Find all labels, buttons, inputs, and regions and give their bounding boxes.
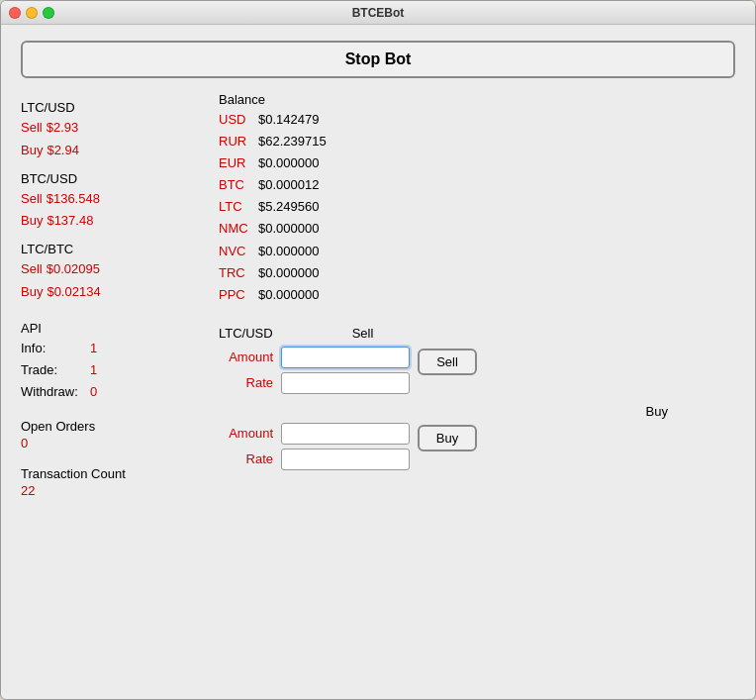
trade-section: LTC/USD Sell Amount Rate: [219, 326, 735, 470]
btc-usd-sell-row: Sell $136.548: [21, 189, 219, 210]
maximize-button[interactable]: [43, 7, 54, 19]
api-info-value: 1: [90, 338, 97, 359]
sell-form-container: Amount Rate Sell: [219, 347, 735, 394]
btc-usd-sell-value: $136.548: [47, 189, 100, 210]
api-section: API Info: 1 Trade: 1 Withdraw: 0: [21, 315, 219, 403]
ltc-btc-buy-row: Buy $0.02134: [21, 282, 219, 303]
balance-trc-amount: $0.000000: [258, 262, 319, 284]
stop-bot-button[interactable]: Stop Bot: [21, 41, 735, 78]
ltc-btc-label: LTC/BTC: [21, 242, 219, 256]
sell-amount-label: Amount: [219, 350, 273, 364]
api-label: API: [21, 321, 219, 336]
balance-btc-row: BTC $0.000012: [219, 174, 735, 196]
balance-rur-amount: $62.239715: [258, 131, 327, 152]
balance-nvc-row: NVC $0.000000: [219, 241, 735, 262]
transaction-count-section: Transaction Count 22: [21, 460, 219, 498]
ltc-btc-buy-label: Buy: [21, 282, 43, 303]
sell-side-label: Sell: [352, 326, 374, 341]
balance-nmc-amount: $0.000000: [258, 218, 319, 240]
buy-inputs: Amount Rate: [219, 423, 410, 470]
ltc-usd-sell-value: $2.93: [47, 118, 79, 139]
balance-rur-currency: RUR: [219, 131, 248, 152]
balance-section: Balance USD $0.142479 RUR $62.239715 EUR: [219, 92, 735, 306]
balance-btc-amount: $0.000012: [258, 174, 319, 196]
balance-ltc-currency: LTC: [219, 196, 248, 218]
balance-nmc-row: NMC $0.000000: [219, 218, 735, 240]
minimize-button[interactable]: [26, 7, 38, 19]
transaction-count-label: Transaction Count: [21, 466, 219, 481]
api-withdraw-value: 0: [90, 381, 97, 403]
balance-usd-currency: USD: [219, 109, 248, 131]
balance-btc-currency: BTC: [219, 174, 248, 196]
buy-rate-label: Rate: [219, 451, 273, 466]
sell-inputs: Amount Rate: [219, 347, 410, 394]
buy-button[interactable]: Buy: [418, 425, 477, 451]
ltc-usd-buy-label: Buy: [21, 141, 43, 161]
right-panel: Balance USD $0.142479 RUR $62.239715 EUR: [219, 92, 735, 683]
main-content: Stop Bot LTC/USD Sell $2.93 Buy $2.94 BT…: [1, 25, 755, 699]
balance-eur-row: EUR $0.000000: [219, 152, 735, 174]
api-trade-value: 1: [90, 359, 97, 381]
app-window: BTCEBot Stop Bot LTC/USD Sell $2.93 Buy …: [0, 0, 756, 700]
balance-eur-currency: EUR: [219, 152, 248, 174]
balance-ltc-amount: $5.249560: [258, 196, 319, 218]
main-layout: LTC/USD Sell $2.93 Buy $2.94 BTC/USD Sel…: [21, 92, 735, 683]
api-trade-row: Trade: 1: [21, 359, 219, 381]
btc-usd-buy-label: Buy: [21, 211, 43, 232]
balance-usd-amount: $0.142479: [258, 109, 319, 131]
api-withdraw-label: Withdraw:: [21, 381, 90, 403]
ltc-usd-label: LTC/USD: [21, 100, 219, 115]
transaction-count-value: 22: [21, 483, 219, 498]
open-orders-value: 0: [21, 436, 219, 450]
sell-rate-input[interactable]: [281, 372, 410, 394]
window-title: BTCEBot: [352, 6, 405, 20]
btc-usd-sell-label: Sell: [21, 189, 43, 210]
ltc-usd-buy-row: Buy $2.94: [21, 141, 219, 161]
ltc-usd-sell-row: Sell $2.93: [21, 118, 219, 139]
buy-rate-row: Rate: [219, 449, 410, 470]
balance-ppc-amount: $0.000000: [258, 284, 319, 306]
ltc-btc-buy-value: $0.02134: [47, 282, 100, 303]
open-orders-section: Open Orders 0: [21, 413, 219, 450]
btc-usd-buy-row: Buy $137.48: [21, 211, 219, 232]
btc-usd-label: BTC/USD: [21, 171, 219, 186]
sell-rate-label: Rate: [219, 375, 273, 390]
balance-usd-row: USD $0.142479: [219, 109, 735, 131]
trade-pair-label: LTC/USD: [219, 326, 273, 341]
sell-amount-row: Amount: [219, 347, 410, 368]
api-withdraw-row: Withdraw: 0: [21, 381, 219, 403]
balance-nmc-currency: NMC: [219, 218, 248, 240]
api-info-label: Info:: [21, 338, 90, 359]
balance-trc-row: TRC $0.000000: [219, 262, 735, 284]
ltc-btc-sell-value: $0.02095: [47, 259, 100, 280]
buy-side-label: Buy: [219, 404, 668, 419]
api-trade-label: Trade:: [21, 359, 90, 381]
balance-label: Balance: [219, 92, 735, 107]
ltc-btc-sell-row: Sell $0.02095: [21, 259, 219, 280]
sell-amount-input[interactable]: [281, 347, 410, 368]
sell-button[interactable]: Sell: [418, 349, 477, 375]
balance-rur-row: RUR $62.239715: [219, 131, 735, 152]
api-info-row: Info: 1: [21, 338, 219, 359]
buy-rate-input[interactable]: [281, 449, 410, 470]
traffic-lights: [9, 7, 54, 19]
left-panel: LTC/USD Sell $2.93 Buy $2.94 BTC/USD Sel…: [21, 92, 219, 683]
balance-ltc-row: LTC $5.249560: [219, 196, 735, 218]
close-button[interactable]: [9, 7, 21, 19]
balance-nvc-currency: NVC: [219, 241, 248, 262]
buy-section: Buy Amount Rate: [219, 400, 735, 470]
sell-rate-row: Rate: [219, 372, 410, 394]
buy-amount-row: Amount: [219, 423, 410, 445]
balance-ppc-row: PPC $0.000000: [219, 284, 735, 306]
balance-list: USD $0.142479 RUR $62.239715 EUR $0.0000…: [219, 109, 735, 306]
balance-trc-currency: TRC: [219, 262, 248, 284]
open-orders-label: Open Orders: [21, 419, 219, 434]
balance-eur-amount: $0.000000: [258, 152, 319, 174]
ltc-usd-buy-value: $2.94: [47, 141, 79, 161]
balance-nvc-amount: $0.000000: [258, 241, 319, 262]
titlebar: BTCEBot: [1, 1, 755, 25]
ltc-usd-sell-label: Sell: [21, 118, 43, 139]
btc-usd-buy-value: $137.48: [47, 211, 93, 232]
buy-amount-input[interactable]: [281, 423, 410, 445]
balance-ppc-currency: PPC: [219, 284, 248, 306]
